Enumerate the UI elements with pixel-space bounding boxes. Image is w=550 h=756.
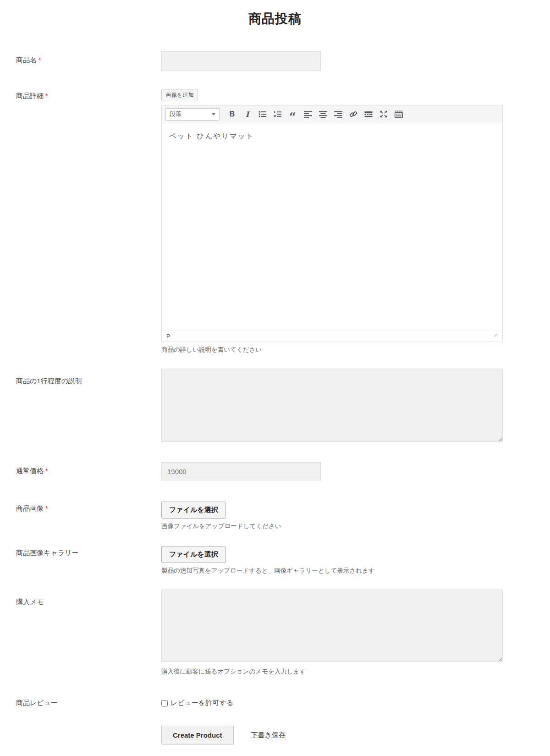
product-name-row: 商品名*: [16, 51, 534, 71]
toolbar-toggle-button[interactable]: [391, 108, 406, 121]
italic-button[interactable]: I: [240, 108, 254, 121]
allow-reviews-option[interactable]: レビューを許可する: [161, 694, 503, 707]
required-mark: *: [45, 92, 48, 99]
bold-icon: B: [230, 110, 235, 118]
regular-price-row: 通常価格*: [16, 462, 534, 480]
numbered-list-button[interactable]: [270, 108, 285, 121]
editor-element-path: P: [166, 333, 170, 340]
create-product-button[interactable]: Create Product: [161, 726, 234, 745]
align-center-icon: [319, 110, 328, 119]
product-review-row: 商品レビュー レビューを許可する: [16, 694, 534, 707]
allow-reviews-label: レビューを許可する: [170, 699, 233, 707]
short-description-textarea[interactable]: [161, 369, 503, 442]
product-gallery-help: 製品の追加写真をアップロードすると、画像ギャラリーとして表示されます: [161, 567, 503, 575]
product-gallery-file-button[interactable]: ファイルを選択: [161, 546, 226, 563]
read-more-icon: [364, 110, 373, 119]
purchase-note-label: 購入メモ: [16, 598, 44, 606]
required-mark: *: [45, 467, 48, 475]
add-media-button[interactable]: 画像を追加: [161, 89, 198, 101]
regular-price-label: 通常価格: [16, 467, 44, 475]
form-actions: Create Product 下書き保存: [161, 726, 534, 745]
product-review-label: 商品レビュー: [16, 699, 58, 706]
short-description-label: 商品の1行程度の説明: [16, 377, 82, 385]
product-details-row: 商品詳細* 画像を追加 段落 B I: [16, 89, 534, 354]
short-description-row: 商品の1行程度の説明: [16, 369, 534, 444]
product-review-label-wrap: 商品レビュー: [16, 694, 161, 707]
product-name-label: 商品名: [16, 56, 37, 64]
purchase-note-row: 購入メモ 購入後に顧客に送るオプションのメモを入力します: [16, 590, 534, 676]
allow-reviews-checkbox[interactable]: [161, 700, 168, 706]
fullscreen-icon: [379, 110, 388, 119]
align-left-icon: [303, 110, 313, 119]
blockquote-button[interactable]: “: [286, 108, 300, 121]
align-center-button[interactable]: [316, 108, 330, 121]
product-gallery-row: 商品画像キャラリー ファイルを選択 製品の追加写真をアップロードすると、画像ギャ…: [16, 546, 534, 575]
product-gallery-label-wrap: 商品画像キャラリー: [16, 546, 161, 557]
bullet-list-icon: [258, 110, 267, 119]
product-details-label: 商品詳細: [16, 92, 44, 99]
bullet-list-button[interactable]: [255, 108, 270, 121]
chevron-down-icon: [212, 113, 215, 116]
save-draft-link[interactable]: 下書き保存: [251, 731, 286, 739]
editor-toolbar: 段落 B I: [162, 105, 502, 123]
editor-content-area[interactable]: ペット ひんやりマット: [162, 123, 502, 331]
regular-price-input[interactable]: [161, 462, 321, 480]
product-image-label: 商品画像: [16, 504, 44, 512]
paragraph-format-label: 段落: [170, 110, 182, 118]
purchase-note-label-wrap: 購入メモ: [16, 590, 161, 607]
product-name-label-wrap: 商品名*: [16, 51, 161, 65]
purchase-note-help: 購入後に顧客に送るオプションのメモを入力します: [161, 668, 503, 676]
product-post-form: 商品投稿 商品名* 商品詳細* 画像を追加 段落 B I: [0, 0, 550, 756]
required-mark: *: [45, 505, 48, 512]
read-more-button[interactable]: [361, 108, 375, 121]
fullscreen-button[interactable]: [376, 108, 390, 121]
purchase-note-textarea[interactable]: [161, 590, 503, 662]
align-right-icon: [334, 110, 343, 119]
short-description-label-wrap: 商品の1行程度の説明: [16, 369, 161, 386]
link-button[interactable]: [346, 108, 360, 121]
italic-icon: I: [246, 110, 249, 119]
toolbar-toggle-icon: [394, 110, 403, 119]
regular-price-label-wrap: 通常価格*: [16, 462, 161, 475]
align-left-button[interactable]: [301, 108, 315, 121]
link-icon: [349, 110, 358, 119]
page-title: 商品投稿: [16, 10, 534, 28]
rich-text-editor: 段落 B I: [161, 105, 503, 342]
product-gallery-label: 商品画像キャラリー: [16, 549, 78, 557]
paragraph-format-dropdown[interactable]: 段落: [165, 108, 220, 121]
editor-status-bar: P: [162, 331, 502, 342]
numbered-list-icon: [273, 110, 282, 119]
product-details-help: 商品の詳しい説明を書いてください: [161, 346, 503, 354]
product-name-input[interactable]: [161, 51, 321, 71]
product-image-file-button[interactable]: ファイルを選択: [161, 502, 226, 519]
product-image-label-wrap: 商品画像*: [16, 502, 161, 513]
product-image-help: 画像ファイルをアップロードしてください: [161, 522, 503, 530]
product-details-label-wrap: 商品詳細*: [16, 89, 161, 100]
align-right-button[interactable]: [331, 108, 345, 121]
bold-button[interactable]: B: [225, 108, 239, 121]
required-mark: *: [38, 56, 41, 64]
editor-resize-handle[interactable]: [495, 334, 500, 339]
product-image-row: 商品画像* ファイルを選択 画像ファイルをアップロードしてください: [16, 502, 534, 530]
blockquote-icon: “: [289, 109, 296, 119]
